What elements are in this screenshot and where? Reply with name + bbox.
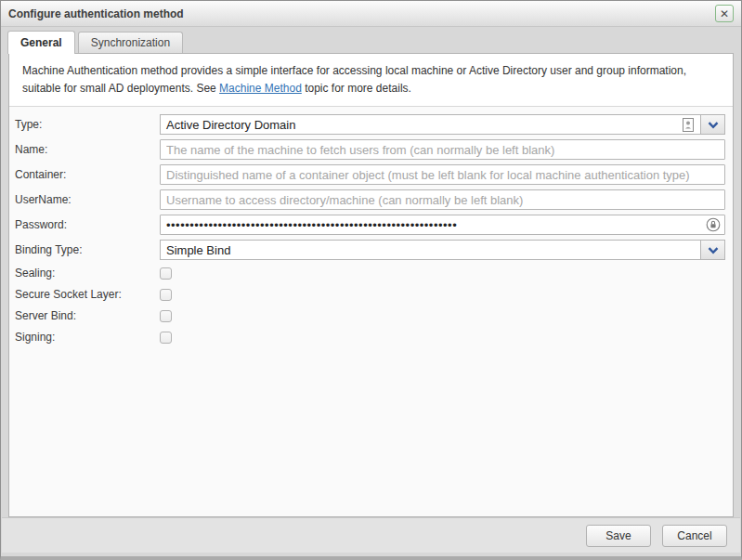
binding-type-combobox[interactable]: Simple Bind	[160, 240, 725, 260]
binding-type-combobox-field[interactable]: Simple Bind	[160, 240, 700, 260]
tab-strip: General Synchronization	[1, 27, 741, 53]
description: Machine Authentication method provides a…	[9, 54, 733, 107]
server-bind-label: Server Bind:	[15, 309, 160, 322]
signing-row: Signing:	[15, 331, 725, 344]
username-row: UserName:	[15, 189, 725, 210]
dialog-title: Configure authentication method	[8, 7, 715, 20]
machine-method-link[interactable]: Machine Method	[219, 82, 302, 95]
binding-type-label: Binding Type:	[15, 243, 160, 256]
password-label: Password:	[15, 218, 160, 231]
signing-checkbox[interactable]	[160, 332, 172, 344]
name-row: Name:	[15, 139, 725, 160]
type-dropdown-trigger[interactable]	[700, 114, 725, 135]
name-input[interactable]	[160, 139, 725, 160]
save-button[interactable]: Save	[586, 525, 651, 547]
tab-general[interactable]: General	[7, 31, 75, 54]
description-text-after: topic for more details.	[302, 82, 411, 95]
password-input[interactable]	[160, 215, 725, 235]
name-label: Name:	[15, 143, 160, 156]
chevron-down-icon	[708, 241, 719, 258]
signing-label: Signing:	[15, 331, 160, 344]
sealing-row: Sealing:	[15, 267, 725, 280]
server-bind-row: Server Bind:	[15, 309, 725, 322]
user-card-icon	[683, 118, 694, 132]
cancel-button[interactable]: Cancel	[662, 525, 727, 547]
tab-synchronization[interactable]: Synchronization	[78, 32, 183, 53]
type-value: Active Directory Domain	[166, 118, 683, 132]
footer-toolbar: Save Cancel	[2, 517, 740, 553]
ssl-row: Secure Socket Layer:	[15, 288, 725, 301]
container-label: Container:	[15, 168, 160, 181]
binding-type-dropdown-trigger[interactable]	[700, 240, 725, 260]
server-bind-checkbox[interactable]	[160, 310, 172, 322]
ssl-label: Secure Socket Layer:	[15, 288, 160, 301]
close-icon: ✕	[720, 8, 729, 20]
chevron-down-icon	[708, 116, 719, 133]
type-combobox-field[interactable]: Active Directory Domain	[160, 114, 700, 135]
type-row: Type: Active Directory Domain	[15, 114, 725, 135]
type-combobox[interactable]: Active Directory Domain	[160, 114, 725, 135]
sealing-checkbox[interactable]	[160, 267, 172, 280]
container-input[interactable]	[160, 164, 725, 185]
sealing-label: Sealing:	[15, 267, 160, 280]
password-row: Password:	[15, 215, 725, 235]
secure-socket-layer-checkbox[interactable]	[160, 289, 172, 301]
type-label: Type:	[15, 118, 160, 131]
binding-type-row: Binding Type: Simple Bind	[15, 240, 725, 260]
dialog-titlebar[interactable]: Configure authentication method ✕	[1, 1, 741, 27]
username-label: UserName:	[15, 193, 160, 206]
binding-type-value: Simple Bind	[166, 243, 696, 257]
general-tab-panel: Machine Authentication method provides a…	[8, 53, 734, 517]
container-row: Container:	[15, 164, 725, 185]
close-button[interactable]: ✕	[715, 5, 734, 22]
auth-form: Type: Active Directory Domain	[9, 107, 733, 344]
configure-auth-dialog: Configure authentication method ✕ Genera…	[0, 0, 742, 560]
username-input[interactable]	[160, 189, 725, 210]
